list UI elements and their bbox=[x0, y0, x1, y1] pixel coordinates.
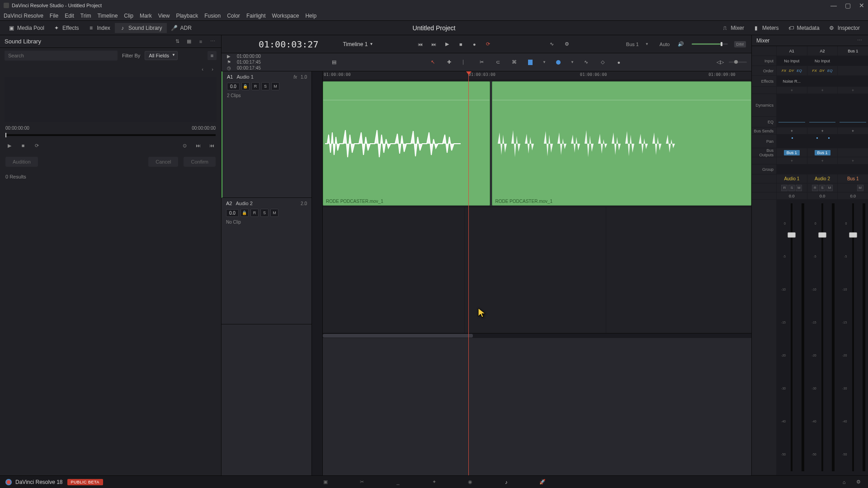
audition-button[interactable]: Audition bbox=[5, 157, 38, 167]
timeline-ruler[interactable]: 01:00:00:00 01:00:03:00 01:00:06:00 01:0… bbox=[323, 71, 751, 80]
menu-file[interactable]: File bbox=[50, 13, 58, 19]
project-settings-icon[interactable]: ⚙ bbox=[854, 478, 863, 486]
deliver-page-icon[interactable]: 🚀 bbox=[538, 478, 547, 487]
index-button[interactable]: ≡ Index bbox=[84, 23, 115, 33]
home-icon[interactable]: ⌂ bbox=[840, 478, 848, 486]
ch-a1-sends[interactable]: + bbox=[777, 127, 807, 135]
flag-tool-icon[interactable] bbox=[526, 58, 534, 66]
fairlight-page-icon[interactable]: ♪ bbox=[502, 478, 511, 487]
bus-label[interactable]: Bus 1 bbox=[626, 42, 639, 47]
filter-options-button[interactable]: ≡ bbox=[208, 51, 217, 60]
ch-a2-sends[interactable]: + bbox=[807, 127, 838, 135]
razor-tool-icon[interactable]: ✂ bbox=[477, 58, 486, 66]
ch-a2-pan[interactable] bbox=[807, 135, 838, 148]
sound-library-button[interactable]: ♪ Sound Library bbox=[115, 23, 167, 33]
track-a2-mute[interactable]: M bbox=[270, 209, 278, 217]
ch-bus1-fader[interactable]: 0 -5 -10 -15 -20 -30 -40 -50 bbox=[838, 200, 868, 475]
ch-bus1-add-effect[interactable]: + bbox=[838, 87, 868, 94]
dim-button[interactable]: DIM bbox=[734, 41, 746, 47]
media-pool-button[interactable]: ▣ Media Pool bbox=[4, 23, 49, 33]
track-a2-lock[interactable]: 🔒 bbox=[241, 209, 249, 217]
transient-icon[interactable]: ∿ bbox=[582, 58, 590, 66]
loop-icon[interactable]: ⟳ bbox=[483, 40, 492, 49]
preview-next-icon[interactable]: ⏭ bbox=[194, 141, 202, 150]
track-a2-volume[interactable]: 0.0 bbox=[226, 209, 239, 217]
ch-a2-arm[interactable]: R bbox=[812, 185, 818, 191]
ch-a1-fader[interactable]: 0 -5 -10 -15 -20 -30 -40 -50 bbox=[777, 200, 807, 475]
track-header-a1[interactable]: A1 Audio 1 fx 1.0 0.0 🔒 R S M 2 Clips bbox=[222, 71, 311, 198]
scrollbar-thumb[interactable] bbox=[323, 334, 473, 338]
fader-handle[interactable] bbox=[788, 232, 796, 238]
ch-a2-solo[interactable]: S bbox=[819, 185, 826, 191]
track-lane-a1[interactable]: RODE PODCASTER.mov_1 RODE PODCASTER.mov_… bbox=[323, 80, 751, 207]
volume-slider[interactable] bbox=[692, 43, 728, 45]
more-icon[interactable]: ⋯ bbox=[208, 38, 217, 46]
menu-clip[interactable]: Clip bbox=[124, 13, 133, 19]
keyframe-icon[interactable]: ● bbox=[615, 58, 623, 66]
ch-a2-dynamics[interactable] bbox=[807, 94, 838, 117]
marker-tool-icon[interactable] bbox=[554, 58, 562, 66]
ch-a1-mute[interactable]: M bbox=[796, 185, 802, 191]
ch-a1-solo[interactable]: S bbox=[788, 185, 795, 191]
link-icon[interactable]: ⌘ bbox=[510, 58, 518, 66]
selection-tool-icon[interactable]: ↖ bbox=[429, 58, 437, 66]
meters-button[interactable]: ▮ Meters bbox=[749, 23, 783, 33]
menu-workspace[interactable]: Workspace bbox=[272, 13, 299, 19]
color-page-icon[interactable]: ◉ bbox=[466, 478, 475, 487]
menu-trim[interactable]: Trim bbox=[80, 13, 91, 19]
ch-a2-bus[interactable]: Bus 1 bbox=[807, 148, 838, 157]
ch-a1-bus[interactable]: Bus 1 bbox=[777, 148, 807, 157]
preview-stop-icon[interactable]: ■ bbox=[19, 141, 27, 150]
ch-a1-arm[interactable]: R bbox=[781, 185, 788, 191]
ch-a1-group[interactable] bbox=[777, 164, 807, 174]
maximize-button[interactable]: ▢ bbox=[845, 2, 851, 9]
prev-icon[interactable]: ‹ bbox=[198, 65, 207, 73]
ch-a2-group[interactable] bbox=[807, 164, 838, 174]
ch-bus1-dynamics[interactable] bbox=[838, 94, 868, 117]
stop-icon[interactable]: ■ bbox=[456, 40, 465, 49]
clip-1[interactable]: RODE PODCASTER.mov_1 bbox=[323, 81, 490, 206]
menu-timeline[interactable]: Timeline bbox=[97, 13, 118, 19]
track-a2-solo[interactable]: S bbox=[260, 209, 269, 217]
ch-a2-add-effect[interactable]: + bbox=[807, 87, 838, 94]
close-button[interactable]: ✕ bbox=[859, 2, 864, 9]
menu-fairlight[interactable]: Fairlight bbox=[246, 13, 266, 19]
auto-label[interactable]: Auto bbox=[660, 42, 670, 47]
preview-prev-icon[interactable]: ⏮ bbox=[208, 141, 216, 150]
mixer-menu-icon[interactable]: ⋯ bbox=[855, 37, 863, 45]
timeline-selector[interactable]: Timeline 1 ▼ bbox=[343, 41, 373, 47]
track-a1-arm[interactable]: R bbox=[251, 82, 259, 90]
ch-a2-order[interactable]: FXDYEQ bbox=[807, 66, 838, 76]
track-a1-volume[interactable]: 0.0 bbox=[227, 83, 240, 90]
track-a2-arm[interactable]: R bbox=[250, 209, 259, 217]
track-a1-mute[interactable]: M bbox=[271, 82, 279, 90]
ch-a1-order[interactable]: FXDYEQ bbox=[777, 66, 807, 76]
ch-a1-pan[interactable] bbox=[777, 135, 807, 148]
edit-tool-icon[interactable]: ⎸ bbox=[461, 58, 469, 66]
edit-page-icon[interactable]: ⎯ bbox=[393, 478, 402, 487]
record-icon[interactable]: ● bbox=[470, 40, 479, 49]
mixer-button[interactable]: ⎍ Mixer bbox=[717, 23, 749, 33]
zoom-handle[interactable] bbox=[734, 60, 738, 64]
playhead[interactable] bbox=[468, 71, 469, 475]
menu-edit[interactable]: Edit bbox=[65, 13, 74, 19]
ch-a1-effect[interactable]: Noise R... bbox=[777, 76, 807, 87]
ch-a1-eq[interactable] bbox=[777, 117, 807, 127]
ch-a1-dynamics[interactable] bbox=[777, 94, 807, 117]
adr-button[interactable]: 🎤 ADR bbox=[167, 23, 196, 33]
ch-a2-eq[interactable] bbox=[807, 117, 838, 127]
ch-bus1-eq[interactable] bbox=[838, 117, 868, 127]
track-lane-a2[interactable] bbox=[323, 207, 751, 333]
ch-a2-mute[interactable]: M bbox=[826, 185, 833, 191]
menu-help[interactable]: Help bbox=[305, 13, 316, 19]
settings-icon[interactable]: ⚙ bbox=[562, 40, 571, 49]
filter-select[interactable]: All Fields ▼ bbox=[145, 51, 178, 60]
list-view-icon[interactable]: ≡ bbox=[197, 38, 205, 46]
scrub-bar[interactable] bbox=[5, 134, 216, 136]
track-header-a2[interactable]: A2 Audio 2 2.0 0.0 🔒 R S M No Clip bbox=[222, 198, 311, 324]
crossfade-icon[interactable]: ◇ bbox=[599, 58, 607, 66]
grid-view-icon[interactable]: ▦ bbox=[185, 38, 193, 46]
fusion-page-icon[interactable]: ✦ bbox=[429, 478, 439, 487]
sort-icon[interactable]: ⇅ bbox=[173, 38, 181, 46]
minimize-button[interactable]: — bbox=[830, 2, 837, 9]
